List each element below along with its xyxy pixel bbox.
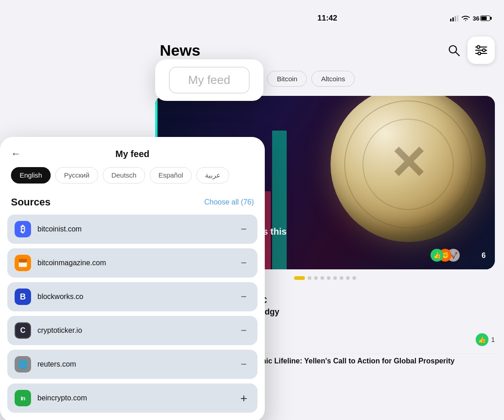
language-tabs: English Русский Deutsch Español عربية <box>0 167 265 193</box>
like-button[interactable]: 👍 <box>476 333 488 346</box>
source-logo-cryptoticker: C <box>15 322 31 339</box>
my-feed-bubble-text: My feed <box>169 67 250 94</box>
source-name-blockworks: blockworks.co <box>37 293 237 301</box>
back-button[interactable]: ← <box>11 148 21 160</box>
dot-3 <box>314 276 318 280</box>
source-name-cryptoticker: cryptoticker.io <box>37 326 237 335</box>
filter-icon <box>475 45 488 55</box>
sources-label: Sources <box>11 196 51 208</box>
my-feed-panel: ← My feed English Русский Deutsch Españo… <box>0 137 265 420</box>
header-icons <box>447 37 495 64</box>
card-reactions: 👍 ✊ 🚀 6 <box>430 249 486 262</box>
page-title: News <box>160 42 200 59</box>
panel-title: My feed <box>116 149 149 159</box>
svg-rect-3 <box>457 15 458 21</box>
source-item-bitcoinist[interactable]: ₿ bitcoinist.com − <box>7 215 257 244</box>
svg-rect-2 <box>455 16 456 21</box>
status-icons: 36 <box>450 15 490 22</box>
dot-2 <box>308 276 311 280</box>
source-item-blockworks[interactable]: B blockworks.co − <box>7 282 257 311</box>
search-icon[interactable] <box>447 44 460 57</box>
source-name-reuters: reuters.com <box>37 360 237 368</box>
battery-icon: 36 <box>473 15 490 22</box>
svg-point-9 <box>477 46 480 48</box>
lang-tab-russian[interactable]: Русский <box>55 167 98 184</box>
svg-line-5 <box>456 52 459 56</box>
lang-tab-espanol[interactable]: Español <box>150 167 192 184</box>
source-minus-reuters[interactable]: − <box>237 358 250 371</box>
source-minus-blockworks[interactable]: − <box>237 290 250 303</box>
dot-5 <box>327 276 331 280</box>
source-item-cryptoticker[interactable]: C cryptoticker.io − <box>7 316 257 345</box>
dot-8 <box>346 276 350 280</box>
source-logo-bitcoinmag <box>15 255 31 271</box>
dot-6 <box>333 276 337 280</box>
svg-rect-0 <box>450 19 452 21</box>
dot-4 <box>320 276 324 280</box>
signal-icon <box>450 15 458 21</box>
source-name-beincrypto: beincrypto.com <box>37 394 237 402</box>
source-logo-blockworks: B <box>15 289 31 305</box>
source-plus-beincrypto[interactable]: + <box>237 392 250 404</box>
svg-point-10 <box>483 49 485 52</box>
lang-tab-english[interactable]: English <box>11 167 51 184</box>
tab-bitcoin[interactable]: Bitcoin <box>267 71 307 87</box>
lang-tab-deutsch[interactable]: Deutsch <box>103 167 145 184</box>
svg-rect-1 <box>452 17 454 21</box>
source-logo-bitcoinist: ₿ <box>15 221 31 237</box>
like-count: 1 <box>491 336 495 343</box>
dot-1 <box>294 276 305 280</box>
my-feed-bubble[interactable]: My feed <box>155 59 263 101</box>
source-minus-bitcoinmag[interactable]: − <box>237 257 250 269</box>
source-list: ₿ bitcoinist.com − bitcoinmagazine.com −… <box>0 215 265 417</box>
source-minus-cryptoticker[interactable]: − <box>237 324 250 337</box>
source-minus-bitcoinist[interactable]: − <box>237 223 250 236</box>
source-name-bitcoinist: bitcoinist.com <box>37 225 237 233</box>
source-name-bitcoinmag: bitcoinmagazine.com <box>37 259 237 267</box>
sources-header: Sources Choose all (76) <box>0 193 265 215</box>
source-item-reuters[interactable]: 🌐 reuters.com − <box>7 350 257 379</box>
source-item-bitcoinmag[interactable]: bitcoinmagazine.com − <box>7 248 257 278</box>
tab-altcoins[interactable]: Altcoins <box>311 71 355 87</box>
wifi-icon <box>461 15 470 21</box>
choose-all-button[interactable]: Choose all (76) <box>205 198 254 206</box>
filter-button[interactable] <box>467 37 495 64</box>
card-comment-count: 6 <box>482 252 486 260</box>
source-item-beincrypto[interactable]: in beincrypto.com + <box>7 383 257 413</box>
lang-tab-arabic[interactable]: عربية <box>196 167 229 184</box>
status-bar: 11:42 36 <box>151 8 504 28</box>
dot-9 <box>352 276 356 280</box>
svg-point-11 <box>478 52 481 55</box>
source-logo-reuters: 🌐 <box>15 356 31 373</box>
svg-rect-13 <box>19 259 27 262</box>
dot-7 <box>340 276 343 280</box>
panel-header: ← My feed <box>0 148 265 167</box>
source-logo-beincrypto: in <box>15 390 31 406</box>
status-time: 11:42 <box>317 14 337 23</box>
